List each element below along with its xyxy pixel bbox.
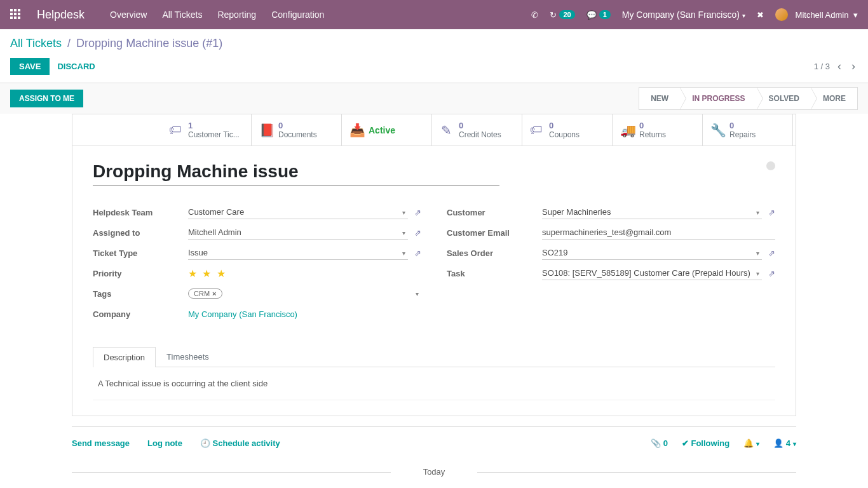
breadcrumb-bar: All Tickets / Dropping Machine issue (#1… (0, 29, 868, 55)
kanban-state-icon[interactable] (766, 161, 775, 170)
external-link-icon[interactable]: ⇗ (414, 248, 421, 258)
truck-icon: 🚚 (620, 123, 633, 138)
label-priority: Priority (93, 269, 188, 278)
helpdesk-team-field[interactable] (188, 205, 408, 219)
nav-overview[interactable]: Overview (110, 10, 147, 20)
description-content[interactable]: A Technical issue is occurring at the cl… (93, 367, 775, 400)
action-bar: SAVE DISCARD 1 / 3 ‹ › (0, 55, 868, 83)
label-assigned: Assigned to (93, 228, 188, 238)
chevron-down-icon: ▾ (416, 290, 419, 297)
pager: 1 / 3 ‹ › (814, 60, 858, 73)
card-body: Helpdesk Team ▾⇗ Assigned to ▾⇗ Ticket T… (72, 146, 796, 416)
bell-icon[interactable]: 🔔 (743, 438, 759, 448)
following-button[interactable]: ✔ Following (682, 438, 729, 448)
stage-more[interactable]: MORE (811, 87, 858, 110)
label-sales-order: Sales Order (447, 248, 542, 258)
chat-badge: 1 (599, 10, 611, 19)
stat-documents[interactable]: 📕 0Documents (252, 114, 342, 146)
save-button[interactable]: SAVE (10, 58, 50, 75)
tag-remove-icon[interactable]: × (212, 290, 216, 297)
debug-icon[interactable]: ✖ (757, 10, 764, 20)
label-customer: Customer (447, 208, 542, 217)
book-icon: 📕 (259, 123, 272, 138)
label-tags: Tags (93, 289, 188, 299)
form-col-right: Customer ▾⇗ Customer Email Sales Order ▾… (447, 204, 775, 326)
stat-credit-notes[interactable]: ✎ 0Credit Notes (432, 114, 522, 146)
attachments-button[interactable]: 📎 0 (651, 438, 668, 448)
pencil-icon: ✎ (440, 123, 452, 138)
pager-text: 1 / 3 (814, 62, 830, 71)
company-selector[interactable]: My Company (San Francisco) (622, 10, 745, 20)
form-card: 🏷 1Customer Tic... 📕 0Documents 📥 Active… (72, 114, 796, 416)
brand[interactable]: Helpdesk (37, 8, 85, 22)
stat-returns[interactable]: 🚚 0Returns (613, 114, 703, 146)
external-link-icon[interactable]: ⇗ (768, 269, 775, 278)
tabs: Description Timesheets (93, 346, 775, 367)
log-note-link[interactable]: Log note (147, 438, 182, 448)
company-link[interactable]: My Company (San Francisco) (188, 309, 297, 319)
label-company: Company (93, 309, 188, 319)
external-link-icon[interactable]: ⇗ (414, 228, 421, 238)
ticket-icon: 🏷 (169, 123, 182, 137)
user-menu[interactable]: Mitchell Admin ▾ (775, 8, 858, 21)
pager-prev[interactable]: ‹ (835, 60, 844, 73)
tab-timesheets[interactable]: Timesheets (156, 346, 220, 367)
breadcrumb-sep: / (67, 37, 71, 50)
assign-to-me-button[interactable]: ASSIGN TO ME (10, 90, 83, 107)
nav-all-tickets[interactable]: All Tickets (162, 10, 202, 20)
tag-crm[interactable]: CRM× (188, 288, 222, 299)
external-link-icon[interactable]: ⇗ (768, 248, 775, 258)
pager-next[interactable]: › (849, 60, 858, 73)
external-link-icon[interactable]: ⇗ (414, 208, 421, 217)
tag-icon: 🏷 (530, 123, 543, 137)
stage-in-progress[interactable]: IN PROGRESS (680, 87, 756, 110)
task-field[interactable] (542, 266, 762, 280)
breadcrumb: All Tickets / Dropping Machine issue (#1… (10, 37, 858, 50)
followers-button[interactable]: 👤 4 (773, 438, 796, 448)
stage-solved[interactable]: SOLVED (757, 87, 811, 110)
main: 🏷 1Customer Tic... 📕 0Documents 📥 Active… (0, 114, 868, 488)
chatter: Send message Log note 🕘 Schedule activit… (72, 426, 796, 448)
assigned-to-field[interactable] (188, 226, 408, 240)
chat-icon[interactable]: 💬1 (587, 10, 611, 20)
user-name: Mitchell Admin (796, 10, 849, 20)
stat-active[interactable]: 📥 Active (342, 114, 432, 146)
today-separator: Today (72, 467, 796, 477)
external-link-icon[interactable]: ⇗ (768, 208, 775, 217)
tab-description[interactable]: Description (93, 347, 156, 367)
phone-icon[interactable]: ✆ (531, 10, 538, 20)
stage-new[interactable]: NEW (639, 87, 680, 110)
ticket-title-input[interactable] (93, 161, 499, 186)
breadcrumb-current: Dropping Machine issue (#1) (76, 37, 222, 50)
send-message-link[interactable]: Send message (72, 438, 130, 448)
status-stages: NEW IN PROGRESS SOLVED MORE (639, 87, 858, 110)
customer-email-field[interactable] (542, 226, 775, 240)
sales-order-field[interactable] (542, 246, 762, 260)
top-nav: Helpdesk Overview All Tickets Reporting … (0, 0, 868, 29)
discard-button[interactable]: DISCARD (50, 58, 102, 75)
label-task: Task (447, 269, 542, 278)
avatar-icon (775, 8, 788, 21)
nav-links: Overview All Tickets Reporting Configura… (110, 10, 324, 20)
schedule-activity-link[interactable]: 🕘 Schedule activity (200, 438, 280, 448)
stat-customer-tickets[interactable]: 🏷 1Customer Tic... (161, 114, 252, 146)
stat-repairs[interactable]: 🔧 0Repairs (703, 114, 793, 146)
form-grid: Helpdesk Team ▾⇗ Assigned to ▾⇗ Ticket T… (93, 204, 775, 326)
customer-field[interactable] (542, 205, 762, 219)
breadcrumb-root[interactable]: All Tickets (10, 37, 62, 50)
wrench-icon: 🔧 (710, 123, 723, 138)
nav-configuration[interactable]: Configuration (271, 10, 324, 20)
clock-icon[interactable]: ↻20 (550, 10, 574, 20)
ticket-type-field[interactable] (188, 246, 408, 260)
nav-reporting[interactable]: Reporting (217, 10, 256, 20)
label-type: Ticket Type (93, 248, 188, 258)
form-col-left: Helpdesk Team ▾⇗ Assigned to ▾⇗ Ticket T… (93, 204, 421, 326)
stat-buttons: 🏷 1Customer Tic... 📕 0Documents 📥 Active… (72, 114, 796, 146)
apps-icon[interactable] (10, 9, 22, 20)
archive-icon: 📥 (349, 123, 362, 138)
priority-stars[interactable]: ★ ★ ★ (188, 268, 227, 280)
stat-coupons[interactable]: 🏷 0Coupons (522, 114, 613, 146)
nav-right: ✆ ↻20 💬1 My Company (San Francisco) ✖ Mi… (531, 8, 858, 21)
chatter-right: 📎 0 ✔ Following 🔔 👤 4 (651, 438, 796, 448)
label-team: Helpdesk Team (93, 208, 188, 217)
